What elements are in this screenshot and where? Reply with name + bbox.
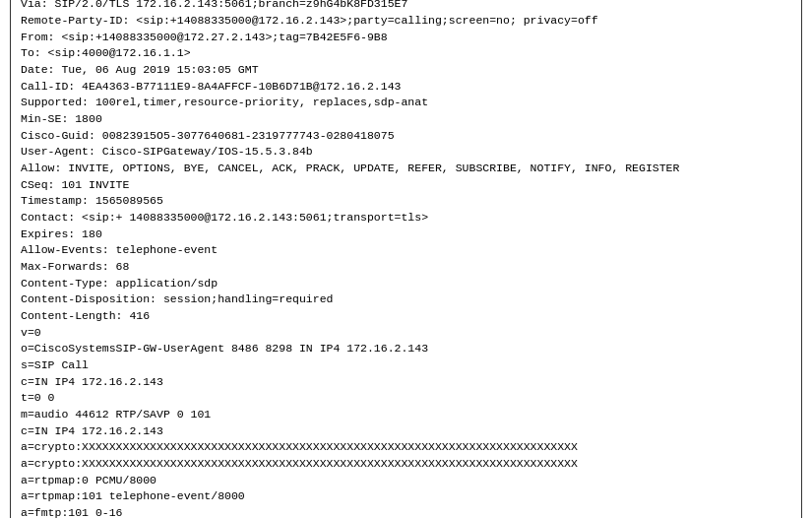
sip-message-container: INVITE sip:4000@172.16.1.1:5061 SIP/2.0 …	[10, 0, 802, 518]
sip-message-text: INVITE sip:4000@172.16.1.1:5061 SIP/2.0 …	[21, 0, 791, 518]
